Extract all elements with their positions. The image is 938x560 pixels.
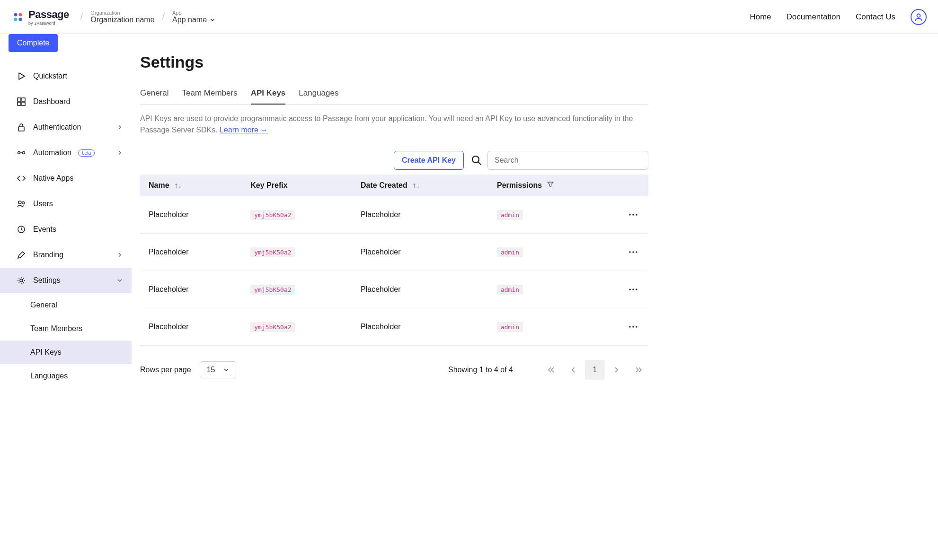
more-icon[interactable] — [628, 315, 640, 338]
cell-prefix: ymj5bK50a2 — [242, 196, 352, 234]
svg-point-16 — [472, 156, 479, 163]
lock-icon — [16, 122, 27, 132]
sidebar-item-authentication[interactable]: Authentication — [0, 114, 132, 140]
filter-icon — [547, 181, 554, 189]
breadcrumb-separator: / — [80, 11, 83, 22]
api-keys-table: Name ↑↓ Key Prefix Date Created ↑↓ Permi… — [140, 175, 648, 346]
svg-point-24 — [632, 289, 634, 290]
showing-text: Showing 1 to 4 of 4 — [448, 366, 513, 374]
sidebar-item-label: Quickstart — [33, 72, 67, 80]
key-prefix-pill: ymj5bK50a2 — [250, 210, 295, 220]
sidebar-item-branding[interactable]: Branding — [0, 242, 132, 268]
complete-badge[interactable]: Complete — [9, 34, 58, 52]
breadcrumb-app-value: App name — [172, 16, 207, 24]
logo[interactable]: Passage by 1Password — [11, 9, 69, 26]
sidebar-item-dashboard[interactable]: Dashboard — [0, 89, 132, 114]
cell-prefix: ymj5bK50a2 — [242, 308, 352, 346]
cell-name: Placeholder — [140, 234, 242, 271]
key-prefix-pill: ymj5bK50a2 — [250, 322, 295, 332]
breadcrumb-app[interactable]: App App name — [172, 10, 215, 24]
cell-actions — [620, 308, 648, 346]
pen-icon — [16, 250, 27, 260]
chevron-down-icon — [117, 278, 122, 283]
page-first-button[interactable] — [541, 360, 561, 380]
rows-per-page-label: Rows per page — [140, 366, 191, 374]
cell-permissions: admin — [488, 308, 620, 346]
chevron-right-icon — [117, 125, 122, 130]
header: Passage by 1Password / Organization Orga… — [0, 0, 938, 34]
logo-icon — [11, 10, 25, 24]
sidebar-item-events[interactable]: Events — [0, 217, 132, 242]
beta-badge: beta — [78, 149, 95, 157]
svg-point-20 — [629, 251, 631, 253]
sub-nav-general[interactable]: General — [0, 293, 132, 317]
page-number[interactable]: 1 — [585, 360, 605, 380]
svg-point-26 — [629, 326, 631, 328]
tab-api-keys[interactable]: API Keys — [251, 88, 286, 105]
chevron-down-icon — [210, 17, 215, 23]
pagination: Rows per page 15 Showing 1 to 4 of 4 1 — [140, 360, 648, 380]
sidebar: Complete Quickstart Dashboard Authentica… — [0, 34, 132, 399]
breadcrumb-org-label: Organization — [90, 10, 154, 16]
table-row: Placeholder ymj5bK50a2 Placeholder admin — [140, 234, 648, 271]
sub-nav-api-keys[interactable]: API Keys — [0, 341, 132, 364]
svg-point-3 — [19, 18, 22, 21]
permission-pill: admin — [497, 285, 523, 295]
svg-point-12 — [18, 201, 21, 204]
nav-home[interactable]: Home — [750, 12, 771, 22]
sub-nav-languages[interactable]: Languages — [0, 364, 132, 388]
sidebar-item-label: Native Apps — [33, 174, 73, 183]
breadcrumb-org[interactable]: Organization Organization name — [90, 10, 154, 24]
col-permissions[interactable]: Permissions — [488, 175, 620, 196]
cell-prefix: ymj5bK50a2 — [242, 271, 352, 308]
logo-name: Passage — [28, 9, 69, 21]
arrow-right-icon: → — [260, 126, 268, 134]
sidebar-item-users[interactable]: Users — [0, 191, 132, 217]
more-icon[interactable] — [628, 203, 640, 226]
main-content: Settings General Team Members API Keys L… — [132, 34, 662, 399]
col-name[interactable]: Name ↑↓ — [140, 175, 242, 196]
page-last-button[interactable] — [628, 360, 648, 380]
svg-point-27 — [632, 326, 634, 328]
svg-point-11 — [23, 152, 25, 154]
gear-icon — [16, 275, 27, 286]
cell-permissions: admin — [488, 196, 620, 234]
rows-value: 15 — [207, 366, 215, 374]
svg-point-15 — [20, 279, 23, 282]
sidebar-item-label: Authentication — [33, 123, 81, 131]
nav-contact[interactable]: Contact Us — [856, 12, 895, 22]
header-nav: Home Documentation Contact Us — [750, 9, 927, 25]
cell-created: Placeholder — [352, 308, 488, 346]
avatar[interactable] — [911, 9, 927, 25]
learn-more-link[interactable]: Learn more → — [220, 126, 268, 134]
svg-rect-5 — [18, 98, 21, 101]
col-prefix[interactable]: Key Prefix — [242, 175, 352, 196]
permission-pill: admin — [497, 322, 523, 332]
page-next-button[interactable] — [607, 360, 627, 380]
toolbar: Create API Key — [140, 151, 648, 170]
tab-general[interactable]: General — [140, 88, 168, 104]
description: API Keys are used to provide programmati… — [140, 113, 648, 136]
rows-per-page-select[interactable]: 15 — [200, 361, 237, 378]
sidebar-item-quickstart[interactable]: Quickstart — [0, 63, 132, 89]
cell-permissions: admin — [488, 234, 620, 271]
chevron-down-icon — [223, 367, 229, 373]
sidebar-item-settings[interactable]: Settings — [0, 268, 132, 293]
svg-point-4 — [917, 14, 920, 17]
sort-icon: ↑↓ — [412, 181, 420, 189]
sub-nav-team-members[interactable]: Team Members — [0, 317, 132, 341]
page-prev-button[interactable] — [563, 360, 583, 380]
sidebar-item-label: Settings — [33, 276, 61, 285]
create-api-key-button[interactable]: Create API Key — [394, 151, 464, 170]
svg-point-1 — [19, 13, 22, 16]
col-created[interactable]: Date Created ↑↓ — [352, 175, 488, 196]
sidebar-item-native-apps[interactable]: Native Apps — [0, 166, 132, 191]
more-icon[interactable] — [628, 240, 640, 263]
more-icon[interactable] — [628, 278, 640, 301]
search-input[interactable] — [487, 151, 648, 170]
nav-docs[interactable]: Documentation — [787, 12, 841, 22]
tab-team-members[interactable]: Team Members — [182, 88, 237, 104]
search-icon[interactable] — [470, 154, 483, 166]
sidebar-item-automation[interactable]: Automation beta — [0, 140, 132, 166]
tab-languages[interactable]: Languages — [299, 88, 338, 104]
